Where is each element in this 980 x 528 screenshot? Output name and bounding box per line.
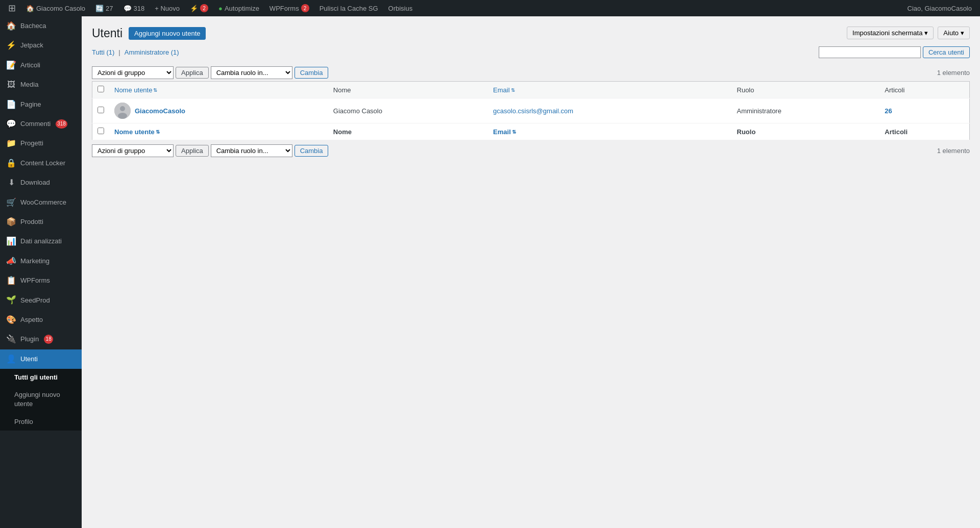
sort-email-footer-link[interactable]: Email ⇅ (493, 128, 516, 136)
change-button-bottom[interactable]: Cambia (295, 145, 329, 157)
select-all-checkbox[interactable] (97, 86, 104, 92)
row-select-checkbox[interactable] (97, 107, 104, 113)
cache-label: Pulisci la Cache SG (320, 5, 378, 12)
sort-email-link[interactable]: Email ⇅ (493, 86, 515, 94)
comments-icon: 💬 (124, 5, 132, 12)
updates-item[interactable]: 🔄 27 (91, 0, 117, 16)
aspetto-icon: 🎨 (6, 314, 16, 325)
sort-username-icon: ⇅ (153, 87, 157, 93)
wpforms-label: WPForms (270, 5, 299, 12)
cache-item[interactable]: Pulisci la Cache SG (315, 0, 382, 16)
row-username: GiacomoCasolo (109, 98, 328, 123)
filter-all-link[interactable]: Tutti (1) (92, 48, 114, 56)
plugin-icon: 🔌 (6, 334, 16, 345)
sidebar-label-media: Media (20, 80, 38, 89)
sort-username-link[interactable]: Nome utente ⇅ (114, 86, 157, 94)
site-name-item[interactable]: 🏠 Giacomo Casolo (22, 0, 89, 16)
role-select-top[interactable]: Cambia ruolo in... (211, 66, 292, 79)
search-button[interactable]: Cerca utenti (923, 46, 970, 58)
role-select-bottom[interactable]: Cambia ruolo in... (211, 144, 292, 157)
sidebar-label-articoli: Articoli (20, 61, 40, 70)
sidebar-label-aspetto: Aspetto (20, 315, 43, 324)
greeting-item[interactable]: Ciao, GiacomoCasolo (903, 0, 976, 16)
group-action-select-top[interactable]: Azioni di gruppo (92, 66, 174, 79)
svg-point-1 (120, 106, 125, 111)
sidebar-item-commenti[interactable]: 💬 Commenti 318 (0, 114, 82, 134)
download-icon: ⬇ (6, 177, 16, 188)
woocommerce-icon: 🛒 (6, 197, 16, 208)
greeting-text: Ciao, GiacomoCasolo (908, 5, 972, 12)
sidebar-label-bacheca: Bacheca (20, 21, 46, 31)
sidebar-item-download[interactable]: ⬇ Download (0, 173, 82, 192)
wpforms-item[interactable]: WPForms 2 (265, 0, 313, 16)
wp-logo-item[interactable]: ⊞ (4, 0, 20, 16)
main-content: Utenti Aggiungi nuovo utente Impostazion… (82, 16, 980, 528)
autoptimize-status-icon: ● (218, 5, 223, 12)
group-action-select-bottom[interactable]: Azioni di gruppo (92, 144, 174, 157)
sidebar-item-content-locker[interactable]: 🔒 Content Locker (0, 154, 82, 173)
th-articles: Articoli (879, 82, 969, 98)
autoptimize-item[interactable]: ● Autoptimize (214, 0, 263, 16)
sidebar-label-seedprod: SeedProd (20, 296, 50, 305)
select-all-checkbox-footer[interactable] (97, 128, 104, 134)
progetti-icon: 📁 (6, 138, 16, 149)
sidebar-sub-profilo[interactable]: Profilo (0, 413, 82, 431)
wpforms-badge: 2 (301, 4, 309, 12)
sort-username-footer-link[interactable]: Nome utente ⇅ (114, 128, 160, 136)
sidebar-sub-tutti-gli-utenti[interactable]: Tutti gli utenti (0, 369, 82, 386)
tfoot-name: Nome (328, 123, 488, 140)
sidebar-item-jetpack[interactable]: ⚡ Jetpack (0, 36, 82, 55)
aggiungi-nuovo-label: Aggiungi nuovo utente (14, 390, 76, 409)
orbisius-item[interactable]: Orbisius (384, 0, 417, 16)
screen-options-button[interactable]: Impostazioni schermata ▾ (847, 27, 934, 39)
tutti-gli-utenti-label: Tutti gli utenti (14, 373, 58, 382)
articles-link[interactable]: 26 (885, 107, 892, 115)
email-link[interactable]: gcasolo.csisrls@gmail.com (493, 107, 573, 115)
filter-admin-link[interactable]: Amministratore (1) (125, 48, 179, 56)
updates-count: 27 (106, 5, 113, 12)
content-locker-icon: 🔒 (6, 158, 16, 169)
sidebar-item-prodotti[interactable]: 📦 Prodotti (0, 212, 82, 232)
jetpack-item[interactable]: ⚡ 2 (186, 0, 212, 16)
tfoot-email: Email ⇅ (488, 123, 731, 140)
avatar-svg (114, 103, 131, 119)
sidebar-label-progetti: Progetti (20, 139, 43, 148)
add-user-button[interactable]: Aggiungi nuovo utente (129, 27, 206, 40)
change-button-top[interactable]: Cambia (295, 67, 329, 79)
apply-button-top[interactable]: Applica (176, 67, 209, 79)
new-item[interactable]: + Nuovo (151, 0, 184, 16)
apply-button-bottom[interactable]: Applica (176, 145, 209, 157)
sidebar-item-wpforms[interactable]: 📋 WPForms (0, 271, 82, 290)
page-header-right: Impostazioni schermata ▾ Aiuto ▾ (847, 27, 970, 39)
sidebar-item-woocommerce[interactable]: 🛒 WooCommerce (0, 193, 82, 212)
sidebar-item-progetti[interactable]: 📁 Progetti (0, 134, 82, 153)
sidebar-item-dati[interactable]: 📊 Dati analizzati (0, 232, 82, 251)
help-button[interactable]: Aiuto ▾ (938, 27, 970, 39)
sidebar-item-aspetto[interactable]: 🎨 Aspetto (0, 310, 82, 330)
marketing-icon: 📣 (6, 256, 16, 267)
commenti-icon: 💬 (6, 118, 16, 130)
sidebar-item-articoli[interactable]: 📝 Articoli (0, 56, 82, 75)
sidebar-item-seedprod[interactable]: 🌱 SeedProd (0, 290, 82, 310)
sidebar-label-woocommerce: WooCommerce (20, 198, 66, 207)
tfoot-checkbox (92, 123, 110, 140)
sidebar-item-marketing[interactable]: 📣 Marketing (0, 252, 82, 271)
sidebar-item-media[interactable]: 🖼 Media (0, 75, 82, 94)
sidebar-item-bacheca[interactable]: 🏠 Bacheca (0, 16, 82, 36)
sidebar-item-plugin[interactable]: 🔌 Plugin 18 (0, 330, 82, 349)
sidebar-label-pagine: Pagine (20, 100, 41, 109)
jetpack-badge: 2 (200, 4, 208, 12)
sidebar-label-prodotti: Prodotti (20, 217, 43, 227)
th-role: Ruolo (732, 82, 880, 98)
sidebar-sub-aggiungi-nuovo[interactable]: Aggiungi nuovo utente (0, 386, 82, 413)
sidebar-item-pagine[interactable]: 📄 Pagine (0, 95, 82, 114)
username-link[interactable]: GiacomoCasolo (135, 107, 185, 115)
profilo-label: Profilo (14, 417, 33, 426)
search-bar: Cerca utenti (819, 46, 970, 58)
search-input[interactable] (819, 46, 921, 58)
sidebar-item-utenti[interactable]: 👤 Utenti (0, 349, 82, 369)
comments-item[interactable]: 💬 318 (119, 0, 149, 16)
plugin-badge: 18 (44, 335, 53, 344)
sidebar-label-utenti: Utenti (20, 355, 38, 364)
help-chevron-icon: ▾ (961, 29, 964, 37)
